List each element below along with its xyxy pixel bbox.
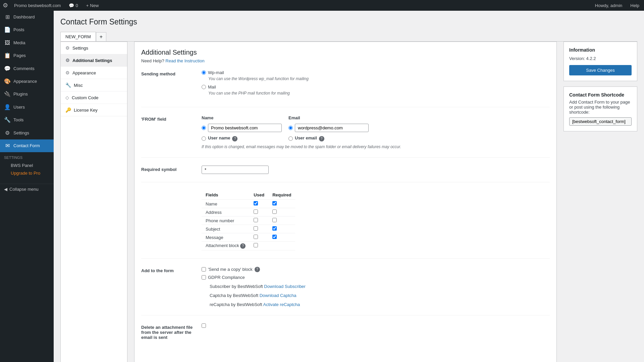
right-panel: Information Version: 4.2.2 Save Changes … bbox=[564, 42, 637, 362]
sidebar-item-settings[interactable]: ⚙ Settings bbox=[0, 127, 54, 139]
user-name-help-icon: ? bbox=[232, 136, 237, 141]
sub-nav-custom-code[interactable]: ◇ Custom Code bbox=[61, 92, 127, 104]
sidebar-item-users[interactable]: 👤 Users bbox=[0, 101, 54, 114]
howdy-text: Howdy, admin bbox=[593, 3, 624, 8]
mail-radio[interactable] bbox=[202, 85, 206, 89]
from-email-input[interactable] bbox=[295, 124, 369, 132]
help-button[interactable]: Help bbox=[628, 3, 641, 8]
required-symbol-label: Required symbol bbox=[141, 166, 195, 174]
wp-mail-radio[interactable] bbox=[202, 70, 206, 75]
comments-link[interactable]: 💬 0 bbox=[67, 3, 80, 8]
sidebar: ⊞ Dashboard 📄 Posts 🖼 Media 📋 Pages 💬 Co… bbox=[0, 11, 54, 362]
required-symbol-input[interactable] bbox=[202, 166, 269, 174]
send-me-copy-help-icon: ? bbox=[255, 267, 260, 272]
from-name-radio[interactable] bbox=[202, 126, 206, 130]
from-name-col: Name User name ? bbox=[202, 115, 282, 142]
plugins-icon: 🔌 bbox=[4, 90, 11, 98]
field-subject-name: Subject bbox=[202, 225, 250, 233]
field-phone-required-checkbox[interactable] bbox=[272, 218, 277, 222]
field-name-required-checkbox[interactable] bbox=[272, 201, 277, 205]
sidebar-label-users: Users bbox=[13, 104, 25, 110]
col-required-header: Required bbox=[268, 190, 295, 200]
sidebar-item-dashboard[interactable]: ⊞ Dashboard bbox=[0, 11, 54, 23]
table-row: Subject bbox=[202, 225, 295, 233]
field-phone-name: Phone number bbox=[202, 217, 250, 225]
sub-nav-additional-settings[interactable]: ⚙ Additional Settings bbox=[61, 54, 127, 67]
sidebar-label-plugins: Plugins bbox=[13, 91, 28, 97]
bws-panel-link[interactable]: BWS Panel bbox=[0, 162, 54, 169]
posts-icon: 📄 bbox=[4, 26, 11, 34]
sub-nav-license-key[interactable]: 🔑 License Key bbox=[61, 104, 127, 116]
sub-nav-settings[interactable]: ⚙ Settings bbox=[61, 42, 127, 54]
table-row: Phone number bbox=[202, 217, 295, 225]
from-name-col-label: Name bbox=[202, 115, 282, 120]
recaptcha-row: reCaptcha by BestWebSoft Activate reCapt… bbox=[210, 302, 550, 307]
license-key-nav-icon: 🔑 bbox=[65, 107, 71, 113]
field-phone-used-checkbox[interactable] bbox=[254, 218, 258, 222]
fields-table-content: Fields Used Required Name bbox=[202, 190, 550, 250]
field-subject-required-checkbox[interactable] bbox=[272, 226, 277, 231]
field-subject-used-checkbox[interactable] bbox=[254, 226, 258, 231]
sub-nav-misc-label: Misc bbox=[74, 83, 83, 88]
settings-section-label: Settings bbox=[0, 154, 54, 162]
sub-nav-misc[interactable]: 🔧 Misc bbox=[61, 79, 127, 92]
sidebar-label-comments: Comments bbox=[13, 66, 35, 72]
fields-table-spacer bbox=[141, 190, 195, 250]
info-box: Information Version: 4.2.2 Save Changes bbox=[564, 42, 637, 81]
read-instruction-link[interactable]: Read the Instruction bbox=[165, 58, 204, 63]
wp-mail-group: Wp-mail You can use the Wordpress wp_mai… bbox=[202, 70, 550, 81]
field-attachment-used-checkbox[interactable] bbox=[254, 243, 258, 247]
required-symbol-section: Required symbol bbox=[141, 166, 550, 182]
field-name-used-checkbox[interactable] bbox=[254, 201, 258, 205]
shortcode-box: Contact Form Shortcode Add Contact Form … bbox=[564, 86, 637, 131]
from-field-content: Name User name ? bbox=[202, 115, 550, 149]
sidebar-label-dashboard: Dashboard bbox=[13, 14, 35, 20]
collapse-label: Collapse menu bbox=[9, 187, 39, 192]
field-address-required-checkbox[interactable] bbox=[272, 209, 277, 214]
sidebar-label-tools: Tools bbox=[13, 117, 23, 123]
subscriber-link[interactable]: Download Subscriber bbox=[264, 284, 306, 289]
panel-title: Additional Settings bbox=[141, 49, 550, 56]
user-name-radio[interactable] bbox=[202, 136, 206, 141]
user-email-radio[interactable] bbox=[288, 136, 293, 141]
sub-nav: ⚙ Settings ⚙ Additional Settings ⚙ Appea… bbox=[60, 42, 127, 362]
sidebar-item-media[interactable]: 🖼 Media bbox=[0, 37, 54, 49]
additional-settings-nav-icon: ⚙ bbox=[65, 58, 70, 63]
sidebar-label-appearance: Appearance bbox=[13, 78, 37, 84]
field-address-used-checkbox[interactable] bbox=[254, 209, 258, 214]
gdpr-checkbox[interactable] bbox=[202, 275, 206, 280]
tab-add-button[interactable]: + bbox=[96, 32, 106, 41]
sidebar-item-appearance[interactable]: 🎨 Appearance bbox=[0, 75, 54, 88]
save-changes-button[interactable]: Save Changes bbox=[569, 65, 632, 75]
new-link[interactable]: + New bbox=[84, 3, 101, 8]
sub-nav-appearance[interactable]: ⚙ Appearance bbox=[61, 67, 127, 79]
col-fields-header: Fields bbox=[202, 190, 250, 200]
from-email-radio[interactable] bbox=[288, 126, 293, 130]
recaptcha-link[interactable]: Activate reCaptcha bbox=[263, 302, 300, 307]
delete-attachment-checkbox[interactable] bbox=[202, 323, 206, 328]
from-name-input[interactable] bbox=[208, 124, 282, 132]
media-icon: 🖼 bbox=[4, 39, 11, 47]
dashboard-icon: ⊞ bbox=[4, 13, 11, 21]
captcha-label: Captcha by BestWebSoft bbox=[210, 293, 258, 298]
send-me-copy-checkbox[interactable] bbox=[202, 267, 206, 272]
sub-nav-license-key-label: License Key bbox=[74, 108, 98, 113]
field-message-used-checkbox[interactable] bbox=[254, 235, 258, 239]
sidebar-item-contact-form[interactable]: ✉ Contact Form bbox=[0, 139, 54, 152]
field-message-required-checkbox[interactable] bbox=[272, 235, 277, 239]
tab-new-form[interactable]: NEW_FORM bbox=[60, 32, 96, 41]
shortcode-input[interactable] bbox=[569, 117, 632, 126]
collapse-menu-button[interactable]: ◀ Collapse menu bbox=[0, 184, 54, 194]
from-email-col-label: Email bbox=[288, 115, 369, 120]
sidebar-item-plugins[interactable]: 🔌 Plugins bbox=[0, 88, 54, 101]
table-row: Attachment block ? bbox=[202, 242, 295, 250]
sidebar-item-posts[interactable]: 📄 Posts bbox=[0, 23, 54, 36]
upgrade-to-pro-link[interactable]: Upgrade to Pro bbox=[0, 169, 54, 177]
appearance-nav-icon: ⚙ bbox=[65, 70, 70, 75]
captcha-link[interactable]: Download Captcha bbox=[260, 293, 297, 298]
sidebar-item-comments[interactable]: 💬 Comments bbox=[0, 62, 54, 75]
sidebar-item-pages[interactable]: 📋 Pages bbox=[0, 49, 54, 62]
sidebar-item-tools[interactable]: 🔧 Tools bbox=[0, 114, 54, 126]
misc-nav-icon: 🔧 bbox=[65, 82, 71, 88]
site-name-link[interactable]: Promo bestwebsoft.com bbox=[12, 3, 63, 8]
